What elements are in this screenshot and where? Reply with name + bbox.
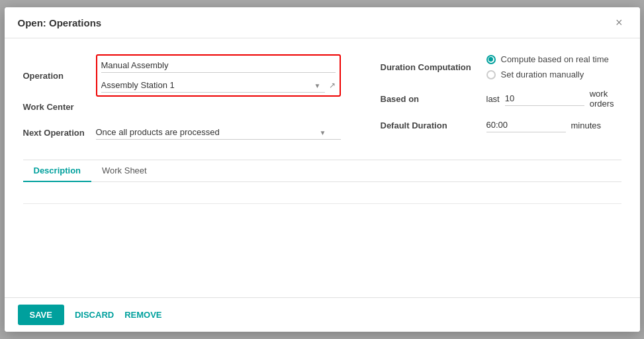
default-duration-input[interactable] <box>486 118 566 132</box>
external-link-icon[interactable]: ↗ <box>329 81 336 90</box>
operation-input[interactable] <box>101 58 336 73</box>
duration-computation-row: Duration Computation Compute based on re… <box>381 54 621 79</box>
radio-manual-label: Set duration manually <box>501 70 584 79</box>
based-on-suffix: work orders <box>590 89 621 109</box>
form-right: Duration Computation Compute based on re… <box>381 54 621 153</box>
discard-button[interactable]: DISCARD <box>75 305 114 325</box>
tabs-header: Description Work Sheet <box>23 160 621 182</box>
duration-computation-label: Duration Computation <box>381 62 486 72</box>
radio-manual-dot <box>486 70 496 79</box>
radio-real-time-label: Compute based on real time <box>501 54 609 64</box>
default-duration-field-group: minutes <box>486 118 602 132</box>
duration-radio-group: Compute based on real time Set duration … <box>486 54 609 79</box>
based-on-input[interactable] <box>505 91 584 106</box>
default-duration-suffix: minutes <box>571 121 602 130</box>
tab-content-description <box>23 182 621 235</box>
save-button[interactable]: SAVE <box>18 305 64 325</box>
based-on-field-group: last work orders <box>486 89 621 109</box>
based-on-label: Based on <box>381 94 486 104</box>
next-operation-select[interactable]: Once all products are processed <box>96 125 341 140</box>
tab-description[interactable]: Description <box>23 160 92 182</box>
operation-work-center-box: Assembly Station 1 ▼ ↗ <box>96 54 341 97</box>
next-operation-label: Next Operation <box>23 128 96 138</box>
remove-button[interactable]: REMOVE <box>124 305 161 325</box>
next-operation-field: Once all products are processed ▼ <box>96 125 341 140</box>
work-center-label: Work Center <box>23 102 96 112</box>
based-on-row: Based on last work orders <box>381 89 621 109</box>
form-section: Operation Assembly Station 1 ▼ ↗ <box>23 54 621 153</box>
modal-body: Operation Assembly Station 1 ▼ ↗ <box>5 38 640 297</box>
work-center-select-wrapper: Assembly Station 1 ▼ ↗ <box>101 78 336 93</box>
tab-worksheet[interactable]: Work Sheet <box>91 160 158 182</box>
radio-real-time-dot <box>486 55 496 64</box>
default-duration-label: Default Duration <box>381 121 486 130</box>
based-on-prefix: last <box>486 94 500 104</box>
radio-manual[interactable]: Set duration manually <box>486 70 609 79</box>
form-left: Operation Assembly Station 1 ▼ ↗ <box>23 54 341 153</box>
close-button[interactable]: × <box>612 15 627 30</box>
content-divider <box>23 203 621 204</box>
modal-header: Open: Operations × <box>5 7 640 38</box>
next-operation-row: Next Operation Once all products are pro… <box>23 125 341 140</box>
tabs-section: Description Work Sheet <box>23 160 621 235</box>
modal-overlay: Open: Operations × Operation <box>0 0 644 339</box>
modal-footer: SAVE DISCARD REMOVE <box>5 297 640 332</box>
operation-row: Operation Assembly Station 1 ▼ ↗ <box>23 54 341 97</box>
work-center-select[interactable]: Assembly Station 1 <box>101 78 325 93</box>
operation-label: Operation <box>23 71 96 81</box>
default-duration-row: Default Duration minutes <box>381 118 621 132</box>
radio-real-time[interactable]: Compute based on real time <box>486 54 609 64</box>
modal-dialog: Open: Operations × Operation <box>5 7 640 332</box>
modal-title: Open: Operations <box>18 17 102 28</box>
